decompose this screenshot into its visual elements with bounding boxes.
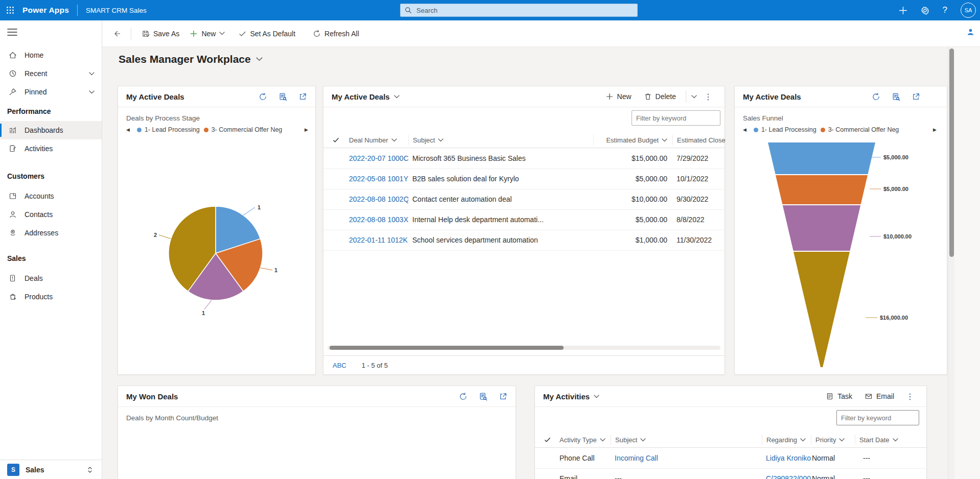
funnel-segment-stage-4[interactable]	[794, 252, 850, 367]
new-button[interactable]: New	[184, 27, 230, 41]
deal-budget: $1,000.00	[593, 236, 672, 244]
global-search[interactable]	[400, 4, 638, 17]
column-header-estimated-close-date[interactable]: Estimated Close Date	[672, 135, 726, 145]
column-header-regarding[interactable]: Regarding	[762, 435, 811, 445]
refresh-all-button[interactable]: Refresh All	[308, 27, 364, 41]
back-button[interactable]	[107, 27, 126, 41]
refresh-icon[interactable]	[259, 92, 267, 101]
sidebar-item-home[interactable]: Home	[0, 46, 102, 64]
activity-regarding-link[interactable]: Lidiya Kronikov	[766, 454, 811, 462]
sidebar-item-contacts[interactable]: Contacts	[0, 205, 102, 224]
task-button[interactable]: Task	[821, 390, 857, 403]
select-all-checkbox[interactable]	[323, 135, 348, 145]
sidebar-item-dashboards[interactable]: Dashboards	[0, 121, 102, 139]
deal-number-link[interactable]: 2022-08-08 1003X7B4	[349, 215, 408, 224]
card-title[interactable]: My Activities	[543, 392, 599, 401]
deal-number-link[interactable]: 2022-20-07 1000C5L0	[349, 154, 408, 162]
sidebar-item-deals[interactable]: Deals	[0, 269, 102, 288]
vertical-scrollbar-thumb[interactable]	[949, 49, 954, 257]
more-commands-icon[interactable]: ⋮	[902, 391, 918, 402]
chevron-down-icon[interactable]	[691, 95, 697, 99]
table-row[interactable]: 2022-20-07 1000C5L0 Microsoft 365 Busine…	[323, 148, 726, 169]
environment-name[interactable]: SMART CRM Sales	[86, 7, 147, 14]
assistant-icon[interactable]	[966, 28, 975, 36]
horizontal-scrollbar-thumb[interactable]	[330, 346, 564, 350]
expand-icon[interactable]	[912, 92, 920, 101]
more-commands-icon[interactable]: ⋮	[700, 91, 716, 103]
view-records-icon[interactable]	[479, 392, 487, 401]
chevron-down-icon[interactable]	[256, 57, 263, 61]
waffle-menu-icon[interactable]	[0, 0, 20, 20]
column-header-activity-type[interactable]: Activity Type	[558, 435, 611, 445]
set-as-default-button[interactable]: Set As Default	[233, 27, 300, 41]
search-input[interactable]	[415, 6, 633, 15]
view-records-icon[interactable]	[278, 92, 287, 101]
funnel-segment-commercial-offer[interactable]	[776, 175, 868, 204]
deal-number-link[interactable]: 2022-08-08 1002Q4N5	[349, 195, 408, 203]
deal-number-link[interactable]: 2022-01-11 1012K1Z4	[349, 236, 408, 244]
chevron-down-icon[interactable]	[89, 72, 95, 76]
refresh-icon[interactable]	[872, 92, 880, 101]
brand-title[interactable]: Power Apps	[22, 6, 69, 15]
view-records-icon[interactable]	[892, 92, 900, 101]
deal-number-link[interactable]: 2022-05-08 1001Y8M2	[349, 175, 408, 183]
table-row[interactable]: 2022-05-08 1001Y8M2 B2B sales solution d…	[323, 169, 726, 189]
funnel-segment-lead-processing[interactable]	[768, 142, 875, 174]
column-header-estimated-budget[interactable]: Estimated Budget	[593, 135, 672, 145]
activity-priority: Normal	[811, 474, 855, 479]
legend-dot-orange	[821, 128, 825, 132]
legend-next-icon[interactable]: ▶	[301, 127, 311, 132]
expand-icon[interactable]	[298, 92, 307, 101]
sidebar-item-pinned[interactable]: Pinned	[0, 83, 102, 101]
account-avatar[interactable]: SA	[961, 3, 976, 18]
chart-legend: ◀ 1- Lead Processing 3- Commercial Offer…	[740, 126, 947, 133]
chevron-down-icon[interactable]	[219, 32, 225, 35]
sidebar-item-activities[interactable]: Activities	[0, 139, 102, 158]
dashboard-selector[interactable]: Sales Manager Workplace	[119, 53, 263, 65]
section-header-sales: Sales	[0, 252, 102, 265]
expand-icon[interactable]	[499, 392, 507, 401]
table-row[interactable]: 2022-08-08 1002Q4N5 Contact center autom…	[323, 189, 726, 210]
legend-prev-icon[interactable]: ◀	[123, 127, 133, 132]
card-title[interactable]: My Active Deals	[332, 92, 400, 101]
hamburger-menu-icon[interactable]	[7, 29, 102, 36]
filter-keyword-input[interactable]	[632, 110, 720, 126]
table-row[interactable]: Phone Call Incoming Call Lidiya Kronikov…	[535, 448, 927, 469]
table-row[interactable]: Email --- C/290822/0000 Normal ---	[535, 468, 927, 479]
vertical-scrollbar-track[interactable]	[948, 47, 955, 479]
sidebar-item-products[interactable]: Products	[0, 288, 102, 306]
activity-regarding-link[interactable]: C/290822/0000	[766, 474, 811, 479]
sidebar-item-accounts[interactable]: Accounts	[0, 187, 102, 205]
new-record-button[interactable]: New	[601, 90, 636, 103]
email-button[interactable]: Email	[860, 390, 899, 403]
add-icon[interactable]	[899, 6, 907, 15]
table-row[interactable]: 2022-01-11 1012K1Z4 School services depa…	[323, 230, 726, 251]
filter-keyword-input[interactable]	[836, 410, 919, 425]
column-header-subject[interactable]: Subject	[611, 435, 762, 445]
area-switcher[interactable]: S Sales	[0, 460, 101, 479]
sidebar-item-addresses[interactable]: Addresses	[0, 224, 102, 242]
pie-chart[interactable]: 1 1 1 2	[147, 191, 290, 319]
column-header-subject[interactable]: Subject	[408, 135, 593, 145]
delete-button[interactable]: Delete	[639, 90, 681, 103]
legend-next-icon[interactable]: ▶	[930, 127, 940, 132]
switch-area-icon[interactable]	[87, 466, 93, 473]
card-my-won-deals: My Won Deals Deals by Month Count/Budget	[118, 386, 516, 479]
jump-bar[interactable]: ABC	[333, 362, 346, 369]
refresh-icon[interactable]	[459, 392, 468, 401]
save-as-button[interactable]: Save As	[136, 27, 184, 41]
chevron-down-icon[interactable]	[89, 90, 95, 94]
help-icon[interactable]: ?	[943, 5, 947, 15]
settings-gear-icon[interactable]	[921, 6, 929, 15]
select-all-checkbox[interactable]	[535, 435, 558, 445]
funnel-segment-stage-3[interactable]	[783, 205, 860, 251]
legend-prev-icon[interactable]: ◀	[740, 127, 750, 132]
funnel-chart[interactable]: $5,000.00 $5,000.00 $10,000.00 $16,000.0…	[735, 139, 948, 374]
column-header-deal-number[interactable]: Deal Number	[348, 135, 408, 145]
command-bar: Save As New Set As Default Refresh All	[102, 20, 980, 47]
column-header-priority[interactable]: Priority	[811, 435, 855, 445]
sidebar-item-recent[interactable]: Recent	[0, 64, 102, 83]
activity-subject-link[interactable]: Incoming Call	[615, 454, 658, 462]
table-row[interactable]: 2022-08-08 1003X7B4 Internal Help desk d…	[323, 209, 726, 230]
column-header-start-date[interactable]: Start Date	[855, 435, 927, 445]
